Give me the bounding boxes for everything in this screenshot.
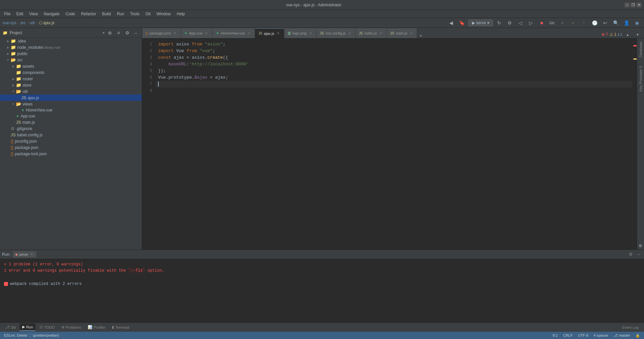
tree-item-babel-config[interactable]: JS babel.config.js — [0, 132, 142, 138]
database-panel-btn[interactable]: Database — [638, 40, 643, 59]
tab-terminal[interactable]: ▮ Terminal — [109, 324, 132, 331]
tree-item-package-json[interactable]: {} package.json — [0, 144, 142, 151]
cursor-position[interactable]: 8:1 — [551, 333, 559, 337]
git-push-button[interactable]: ↑ — [580, 19, 588, 27]
menu-item-help[interactable]: Help — [174, 11, 188, 17]
tree-item-package-lock[interactable]: {} package-lock.json — [0, 151, 142, 157]
tree-item-src[interactable]: ▼ 📂 src — [0, 57, 142, 63]
tree-item-jsconfig[interactable]: {} jsconfig.json — [0, 138, 142, 144]
menu-item-code[interactable]: Code — [63, 11, 78, 17]
tree-item-views[interactable]: ▼ 📂 views — [0, 101, 142, 107]
tree-item-node-modules[interactable]: ▶ 📁 node_modules library root — [0, 44, 142, 50]
search-button[interactable]: 🔍 — [611, 19, 620, 27]
eslint-status[interactable]: ESLint: Delete `;` (prettier/prettier) — [3, 333, 60, 337]
tree-item-main-js[interactable]: JS main.js — [0, 119, 142, 125]
tree-item-router[interactable]: ▶ 📁 router — [0, 76, 142, 82]
git-history-button[interactable]: 🕐 — [590, 19, 599, 27]
code-content[interactable]: import axios from "axios"; import Vue fr… — [155, 38, 632, 249]
bottom-settings-btn[interactable]: ⚙ — [627, 251, 634, 258]
tab-todo[interactable]: ☑ TODO — [37, 324, 57, 331]
tab-git[interactable]: ⎇ Git — [3, 324, 18, 331]
breadcrumb-util[interactable]: util — [30, 21, 35, 25]
editor-scroll-area[interactable]: 1 2 3 4 5 6 7 8 import axios from "axios… — [142, 38, 632, 249]
menu-item-view[interactable]: View — [27, 11, 41, 17]
close-button[interactable]: ✕ — [637, 3, 641, 7]
tree-item-util[interactable]: ▼ 📂 util — [0, 88, 142, 95]
back-nav-button[interactable]: ◁ — [516, 19, 525, 27]
tab-logo-png[interactable]: 🖼 logo.png ✕ — [284, 28, 317, 38]
tab-run[interactable]: ▶ Run — [20, 323, 36, 331]
serve-dropdown[interactable]: ▶ serve ▾ — [468, 20, 493, 26]
menu-item-run[interactable]: Run — [114, 11, 127, 17]
menu-item-git[interactable]: Git — [143, 11, 153, 17]
gear-icon-button[interactable]: ⚙ — [124, 30, 131, 36]
menu-item-file[interactable]: File — [1, 11, 13, 17]
menu-item-window[interactable]: Window — [154, 11, 173, 17]
tab-vue-config[interactable]: JS vue.config.js ✕ — [317, 28, 356, 38]
stop-button[interactable]: ■ — [537, 19, 546, 27]
tree-item-gitignore[interactable]: ⚙ .gitignore — [0, 125, 142, 132]
forward-nav-button[interactable]: ▷ — [527, 19, 535, 27]
tree-item-store[interactable]: ▶ 📁 store — [0, 82, 142, 88]
minimize-button[interactable]: – — [625, 3, 629, 7]
tree-item-idea[interactable]: ▶ 📁 .idea — [0, 38, 142, 44]
encoding[interactable]: UTF-8 — [577, 333, 590, 337]
plugin-button[interactable]: ◉ — [633, 19, 641, 27]
menu-item-navigate[interactable]: Navigate — [41, 11, 62, 17]
tab-overflow-button[interactable]: ▾ — [417, 34, 424, 38]
rollback-button[interactable]: ↩ — [601, 19, 609, 27]
git-update-button[interactable]: ✓ — [558, 19, 567, 27]
profile-button[interactable]: 👤 — [622, 19, 631, 27]
tab-close-ajax-js[interactable]: ✕ — [276, 31, 281, 36]
git-commit-button[interactable]: ✓ — [569, 19, 578, 27]
line-ending[interactable]: CRLF — [562, 333, 574, 337]
tab-package-json[interactable]: {} package.json ✕ — [142, 28, 181, 38]
tree-item-app-vue[interactable]: ▼ App.vue — [0, 113, 142, 119]
collapse-all-button[interactable]: ≡ — [115, 30, 122, 36]
tab-app-vue[interactable]: ▼ App.vue ✕ — [181, 28, 213, 38]
breadcrumb-file[interactable]: ⬡ ajax.js — [39, 21, 54, 25]
scroll-up-button[interactable]: ▲ — [623, 31, 632, 38]
tab-close-logo-png[interactable]: ✕ — [308, 31, 313, 35]
tree-item-ajax-js[interactable]: JS ajax.js — [0, 95, 142, 101]
tab-close-vue-config[interactable]: ✕ — [347, 31, 352, 35]
close-sidebar-button[interactable]: – — [133, 30, 139, 36]
tab-close-homeview[interactable]: ✕ — [247, 31, 251, 35]
maximize-button[interactable]: ❐ — [631, 3, 635, 7]
bottom-minimize-btn[interactable]: – — [635, 251, 642, 258]
tab-close-app-vue[interactable]: ✕ — [204, 31, 209, 35]
breadcrumb-src[interactable]: src — [20, 21, 26, 25]
menu-item-refactor[interactable]: Refactor — [78, 11, 99, 17]
close-serve-tab[interactable]: ✕ — [29, 252, 34, 257]
tree-item-homeview[interactable]: ▼ HomeView.vue — [0, 107, 142, 113]
tree-item-components[interactable]: 📁 components — [0, 69, 142, 76]
tab-profiler[interactable]: 📊 Profiler — [85, 324, 108, 331]
breadcrumb-project[interactable]: vue-sys — [3, 21, 16, 25]
right-panel-settings[interactable]: ⚙ — [638, 243, 643, 248]
tab-main-js[interactable]: JS main.js ✕ — [387, 28, 417, 38]
bookmark-button[interactable]: 🔖 — [458, 19, 466, 27]
git-branch[interactable]: ⎇ master — [612, 333, 631, 338]
menu-item-build[interactable]: Build — [99, 11, 114, 17]
refresh-button[interactable]: ↻ — [495, 19, 504, 27]
settings-plugin-button[interactable]: ⚙ — [506, 19, 514, 27]
menu-item-tools[interactable]: Tools — [128, 11, 142, 17]
add-folder-button[interactable]: ⊕ — [107, 30, 113, 36]
tab-close-main-js[interactable]: ✕ — [409, 31, 414, 35]
tab-close-package-json[interactable]: ✕ — [173, 31, 177, 35]
key-promoter-btn[interactable]: Key Promoter X — [638, 64, 643, 94]
tree-item-public[interactable]: ▶ 📁 public — [0, 50, 142, 57]
scroll-down-button[interactable]: ▼ — [633, 31, 642, 38]
menu-item-edit[interactable]: Edit — [14, 11, 26, 17]
tab-problems[interactable]: ⊗ Problems — [59, 324, 84, 331]
event-log-tab[interactable]: Event Log — [619, 324, 641, 331]
tab-homeview-vue[interactable]: ▼ HomeView.vue ✕ — [213, 28, 255, 38]
tree-item-assets[interactable]: ▶ 📁 assets — [0, 63, 142, 69]
tab-close-index-js[interactable]: ✕ — [379, 31, 383, 35]
serve-tab[interactable]: ■ serve ✕ — [13, 251, 36, 257]
warning-count: ⚠ 1 — [609, 32, 616, 37]
tab-ajax-js[interactable]: JS ajax.js ✕ — [255, 28, 284, 38]
tab-index-js[interactable]: JS index.js ✕ — [356, 28, 387, 38]
back-button[interactable]: ◀ — [447, 19, 456, 27]
indent[interactable]: 4 spaces — [592, 333, 609, 337]
